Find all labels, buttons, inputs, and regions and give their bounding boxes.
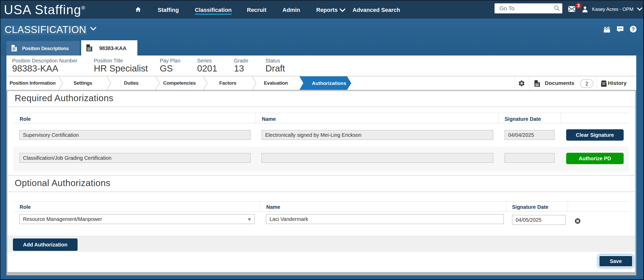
svg-text:Authorizations: Authorizations (312, 81, 346, 86)
